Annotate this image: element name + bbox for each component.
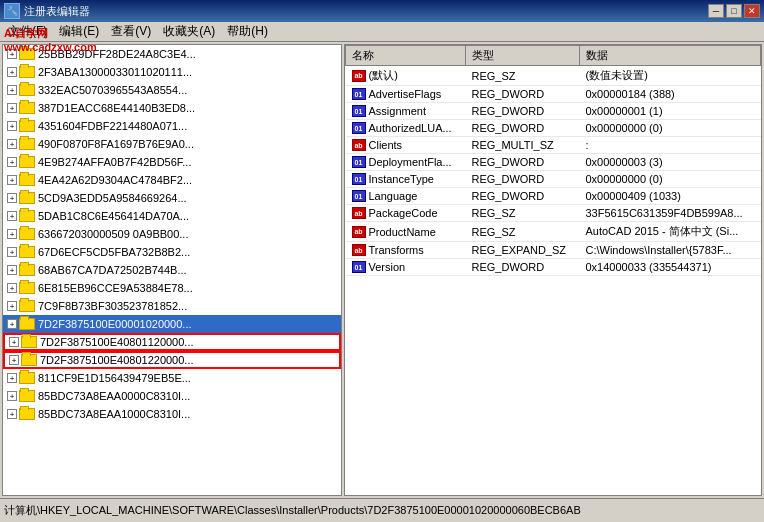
tree-item-label: 2F3ABA13000033011020111...: [38, 66, 192, 78]
table-row[interactable]: 01VersionREG_DWORD0x14000033 (335544371): [346, 259, 761, 276]
expand-icon[interactable]: +: [7, 103, 17, 113]
menu-item-f[interactable]: 文件(F): [2, 21, 53, 42]
expand-icon[interactable]: +: [7, 319, 17, 329]
value-type: REG_DWORD: [465, 259, 579, 276]
expand-icon[interactable]: +: [7, 211, 17, 221]
expand-icon[interactable]: +: [7, 283, 17, 293]
value-name: abProductName: [346, 222, 466, 242]
reg-dword-icon: 01: [352, 173, 366, 185]
value-name: abClients: [346, 137, 466, 154]
tree-item[interactable]: +85BDC73A8EAA0000C8310I...: [3, 387, 341, 405]
tree-item[interactable]: +85BDC73A8EAA1000C8310I...: [3, 405, 341, 423]
menu-item-e[interactable]: 编辑(E): [53, 21, 105, 42]
tree-item-label: 4E9B274AFFA0B7F42BD56F...: [38, 156, 191, 168]
expand-icon[interactable]: +: [7, 121, 17, 131]
tree-item[interactable]: +5CD9A3EDD5A9584669264...: [3, 189, 341, 207]
value-type: REG_SZ: [465, 205, 579, 222]
expand-icon[interactable]: +: [7, 175, 17, 185]
expand-icon[interactable]: +: [7, 193, 17, 203]
value-name: 01AdvertiseFlags: [346, 86, 466, 103]
tree-item[interactable]: +4351604FDBF2214480A071...: [3, 117, 341, 135]
minimize-button[interactable]: ─: [708, 4, 724, 18]
tree-item[interactable]: +332EAC50703965543A8554...: [3, 81, 341, 99]
tree-item[interactable]: +25BBB29DFF28DE24A8C3E4...: [3, 45, 341, 63]
menu-item-a[interactable]: 收藏夹(A): [157, 21, 221, 42]
table-row[interactable]: abProductNameREG_SZAutoCAD 2015 - 简体中文 (…: [346, 222, 761, 242]
menu-bar: 文件(F)编辑(E)查看(V)收藏夹(A)帮助(H): [0, 22, 764, 42]
tree-item[interactable]: +490F0870F8FA1697B76E9A0...: [3, 135, 341, 153]
expand-icon[interactable]: +: [7, 247, 17, 257]
tree-item-label: 67D6ECF5CD5FBA732B8B2...: [38, 246, 190, 258]
table-row[interactable]: 01AuthorizedLUA...REG_DWORD0x00000000 (0…: [346, 120, 761, 137]
expand-icon[interactable]: +: [7, 157, 17, 167]
expand-icon[interactable]: +: [7, 49, 17, 59]
table-row[interactable]: abClientsREG_MULTI_SZ:: [346, 137, 761, 154]
tree-item[interactable]: +636672030000509 0A9BB00...: [3, 225, 341, 243]
folder-icon: [19, 390, 35, 402]
expand-icon[interactable]: +: [7, 67, 17, 77]
tree-item[interactable]: +68AB67CA7DA72502B744B...: [3, 261, 341, 279]
tree-item-label: 85BDC73A8EAA1000C8310I...: [38, 408, 190, 420]
status-bar: 计算机\HKEY_LOCAL_MACHINE\SOFTWARE\Classes\…: [0, 498, 764, 522]
tree-item[interactable]: +7C9F8B73BF303523781852...: [3, 297, 341, 315]
value-data: (数值未设置): [579, 66, 760, 86]
tree-item-label: 332EAC50703965543A8554...: [38, 84, 187, 96]
tree-item[interactable]: +4EA42A62D9304AC4784BF2...: [3, 171, 341, 189]
value-data: 0x00000184 (388): [579, 86, 760, 103]
tree-item[interactable]: +2F3ABA13000033011020111...: [3, 63, 341, 81]
table-row[interactable]: 01AdvertiseFlagsREG_DWORD0x00000184 (388…: [346, 86, 761, 103]
value-type: REG_DWORD: [465, 154, 579, 171]
expand-icon[interactable]: +: [7, 265, 17, 275]
tree-item-label: 636672030000509 0A9BB00...: [38, 228, 188, 240]
tree-item-label: 5DAB1C8C6E456414DA70A...: [38, 210, 189, 222]
expand-icon[interactable]: +: [7, 391, 17, 401]
expand-icon[interactable]: +: [9, 355, 19, 365]
tree-item[interactable]: +387D1EACC68E44140B3ED8...: [3, 99, 341, 117]
expand-icon[interactable]: +: [7, 373, 17, 383]
expand-icon[interactable]: +: [7, 85, 17, 95]
menu-item-h[interactable]: 帮助(H): [221, 21, 274, 42]
expand-icon[interactable]: +: [7, 301, 17, 311]
table-row[interactable]: 01InstanceTypeREG_DWORD0x00000000 (0): [346, 171, 761, 188]
reg-dword-icon: 01: [352, 156, 366, 168]
table-row[interactable]: abPackageCodeREG_SZ33F5615C631359F4DB599…: [346, 205, 761, 222]
table-row[interactable]: 01AssignmentREG_DWORD0x00000001 (1): [346, 103, 761, 120]
registry-values[interactable]: 名称 类型 数据 ab(默认)REG_SZ(数值未设置)01AdvertiseF…: [344, 44, 762, 496]
tree-item-label: 5CD9A3EDD5A9584669264...: [38, 192, 187, 204]
folder-icon: [19, 120, 35, 132]
close-button[interactable]: ✕: [744, 4, 760, 18]
value-name: abTransforms: [346, 242, 466, 259]
tree-item[interactable]: +5DAB1C8C6E456414DA70A...: [3, 207, 341, 225]
tree-item[interactable]: +7D2F3875100E40801120000...: [3, 333, 341, 351]
expand-icon[interactable]: +: [7, 139, 17, 149]
table-row[interactable]: 01LanguageREG_DWORD0x00000409 (1033): [346, 188, 761, 205]
tree-item[interactable]: +7D2F3875100E40801220000...: [3, 351, 341, 369]
folder-icon: [19, 264, 35, 276]
registry-tree[interactable]: +25BBB29DFF28DE24A8C3E4...+2F3ABA1300003…: [2, 44, 342, 496]
table-row[interactable]: abTransformsREG_EXPAND_SZC:\Windows\Inst…: [346, 242, 761, 259]
folder-icon: [19, 138, 35, 150]
reg-dword-icon: 01: [352, 105, 366, 117]
reg-dword-icon: 01: [352, 122, 366, 134]
tree-item[interactable]: +4E9B274AFFA0B7F42BD56F...: [3, 153, 341, 171]
table-row[interactable]: ab(默认)REG_SZ(数值未设置): [346, 66, 761, 86]
expand-icon[interactable]: +: [9, 337, 19, 347]
folder-icon: [21, 354, 37, 366]
maximize-button[interactable]: □: [726, 4, 742, 18]
value-data: 0x00000000 (0): [579, 120, 760, 137]
tree-item[interactable]: +7D2F3875100E00001020000...: [3, 315, 341, 333]
menu-item-v[interactable]: 查看(V): [105, 21, 157, 42]
value-type: REG_EXPAND_SZ: [465, 242, 579, 259]
value-type: REG_DWORD: [465, 86, 579, 103]
value-name: 01InstanceType: [346, 171, 466, 188]
reg-sz-icon: ab: [352, 226, 366, 238]
folder-icon: [19, 372, 35, 384]
table-row[interactable]: 01DeploymentFla...REG_DWORD0x00000003 (3…: [346, 154, 761, 171]
expand-icon[interactable]: +: [7, 229, 17, 239]
tree-item[interactable]: +6E815EB96CCE9A53884E78...: [3, 279, 341, 297]
expand-icon[interactable]: +: [7, 409, 17, 419]
value-type: REG_DWORD: [465, 171, 579, 188]
tree-item[interactable]: +67D6ECF5CD5FBA732B8B2...: [3, 243, 341, 261]
tree-item[interactable]: +811CF9E1D156439479EB5E...: [3, 369, 341, 387]
value-name: 01Version: [346, 259, 466, 276]
